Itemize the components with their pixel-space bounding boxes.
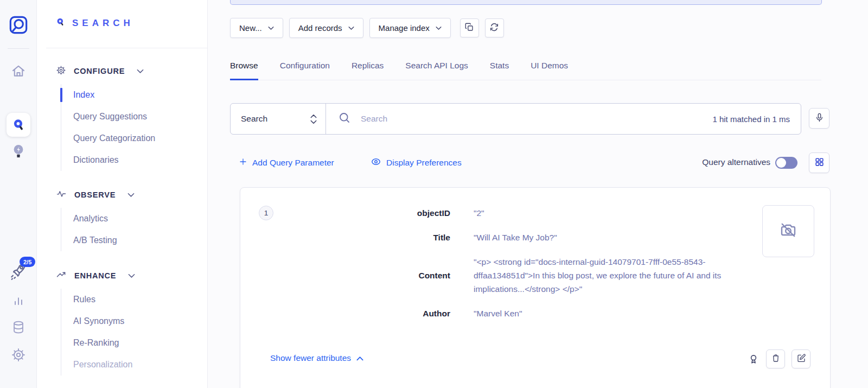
analytics-bars-icon[interactable] <box>11 294 25 308</box>
settings-gear-icon[interactable] <box>11 347 26 362</box>
field-name: objectID <box>240 208 450 218</box>
show-fewer-attributes-link[interactable]: Show fewer attributes <box>270 353 363 363</box>
field-value: "2" <box>474 206 760 220</box>
hit-fields: objectID "2" Title "Will AI Take My Job?… <box>240 206 830 331</box>
image-off-icon <box>778 220 798 242</box>
field-name: Title <box>240 233 450 243</box>
section-observe-header[interactable]: OBSERVE <box>56 187 203 202</box>
search-magnifier-filled-icon <box>56 17 65 29</box>
display-preferences-link[interactable]: Display Preferences <box>371 156 462 169</box>
sidebar-item-query-categorization[interactable]: Query Categorization <box>73 128 203 149</box>
chevron-down-icon <box>348 26 354 30</box>
chevron-down-icon <box>268 26 274 30</box>
copy-index-button[interactable] <box>460 18 479 37</box>
manage-index-label: Manage index <box>379 23 430 33</box>
grid-icon <box>814 157 825 169</box>
section-observe-label: OBSERVE <box>74 190 116 199</box>
search-product-icon[interactable] <box>7 113 30 137</box>
sidebar-title: SEARCH <box>72 18 134 29</box>
index-tabs: Browse Configuration Replicas Search API… <box>230 56 821 80</box>
enhance-items: Rules AI Synonyms Re-Ranking Personaliza… <box>61 289 203 376</box>
section-enhance-header[interactable]: ENHANCE <box>56 268 203 283</box>
add-query-parameter-label: Add Query Parameter <box>252 158 334 168</box>
new-button-label: New... <box>239 23 262 33</box>
chevron-up-icon <box>356 353 363 363</box>
launch-progress-badge: 2/5 <box>20 257 35 267</box>
rail-divider <box>8 48 29 49</box>
app-rail: 2/5 <box>0 0 37 388</box>
field-name: Author <box>240 309 450 319</box>
index-toolbar: New... Add records Manage index <box>230 18 504 38</box>
show-fewer-label: Show fewer attributes <box>270 353 351 363</box>
tab-configuration[interactable]: Configuration <box>280 56 330 80</box>
observe-items: Analytics A/B Testing <box>61 208 203 251</box>
section-observe: OBSERVE Analytics A/B Testing <box>56 187 203 251</box>
hit-stats-text: 1 hit matched in 1 ms <box>712 115 801 124</box>
section-configure-label: CONFIGURE <box>74 67 125 75</box>
tab-ui-demos[interactable]: UI Demos <box>531 56 568 80</box>
algolia-dashboard: 2/5 <box>0 0 868 388</box>
new-button[interactable]: New... <box>230 18 283 38</box>
search-type-selector[interactable]: Search <box>231 104 326 134</box>
chevron-down-icon <box>127 190 135 200</box>
sidebar-item-index[interactable]: Index <box>73 84 203 106</box>
field-row-title: Title "Will AI Take My Job?" <box>240 231 830 244</box>
ranking-info-award-icon[interactable] <box>748 353 760 365</box>
query-alternatives-toggle[interactable] <box>775 157 797 169</box>
add-query-parameter-link[interactable]: Add Query Parameter <box>239 156 334 169</box>
search-input[interactable] <box>361 114 712 124</box>
tab-browse[interactable]: Browse <box>230 56 258 80</box>
chevron-down-icon <box>128 271 135 281</box>
display-preferences-label: Display Preferences <box>386 158 462 168</box>
refresh-button[interactable] <box>485 18 504 37</box>
selector-up-down-icon <box>310 114 317 124</box>
edit-pencil-icon <box>796 353 806 365</box>
sidebar-item-analytics[interactable]: Analytics <box>73 208 203 230</box>
field-name: Content <box>240 271 450 281</box>
query-alternatives-label: Query alternatives <box>702 157 770 167</box>
sidebar-item-query-suggestions[interactable]: Query Suggestions <box>73 106 203 128</box>
add-records-button[interactable]: Add records <box>289 18 363 38</box>
eye-icon <box>371 156 381 169</box>
sidebar-item-ai-synonyms[interactable]: AI Synonyms <box>73 310 203 332</box>
sidebar-divider <box>46 48 207 48</box>
tab-replicas[interactable]: Replicas <box>352 56 384 80</box>
edit-record-button[interactable] <box>792 349 810 368</box>
field-value: "Will AI Take My Job?" <box>474 231 760 244</box>
manage-index-button[interactable]: Manage index <box>369 18 451 38</box>
sidebar-item-rules[interactable]: Rules <box>73 289 203 310</box>
database-icon[interactable] <box>11 319 26 335</box>
add-records-label: Add records <box>298 23 342 33</box>
delete-record-button[interactable] <box>766 349 785 368</box>
tab-stats[interactable]: Stats <box>490 56 509 80</box>
index-selector-bar-partial[interactable] <box>230 0 822 5</box>
layout-grid-button[interactable] <box>809 152 829 173</box>
search-input-area: 1 hit matched in 1 ms <box>326 104 801 134</box>
field-row-content: Content "<p> <strong id="docs-internal-g… <box>240 255 830 296</box>
section-enhance: ENHANCE Rules AI Synonyms Re-Ranking Per… <box>56 268 203 376</box>
home-icon[interactable] <box>10 63 27 79</box>
search-magnifier-icon <box>338 111 351 126</box>
algolia-logo-icon[interactable] <box>8 14 29 36</box>
configure-gear-icon <box>56 65 66 78</box>
copy-icon <box>464 22 474 34</box>
sidebar-header: SEARCH <box>56 17 134 29</box>
hit-actions <box>748 349 810 368</box>
sidebar-item-re-ranking[interactable]: Re-Ranking <box>73 332 203 354</box>
trash-icon <box>771 353 781 365</box>
tab-search-api-logs[interactable]: Search API Logs <box>405 56 468 80</box>
sidebar-item-dictionaries[interactable]: Dictionaries <box>73 149 203 171</box>
sidebar-item-ab-testing[interactable]: A/B Testing <box>73 230 203 251</box>
voice-search-button[interactable] <box>809 108 829 129</box>
section-configure: CONFIGURE Index Query Suggestions Query … <box>56 63 203 171</box>
sidebar-item-personalization[interactable]: Personalization <box>73 354 203 376</box>
microphone-icon <box>814 112 825 125</box>
field-value: "<p> <strong id="docs-internal-guid-1407… <box>474 255 760 296</box>
section-configure-header[interactable]: CONFIGURE <box>56 63 203 79</box>
browse-search-bar: Search 1 hit matched in 1 ms <box>230 103 801 135</box>
recommend-lightbulb-icon[interactable] <box>11 143 26 160</box>
chevron-down-icon <box>436 26 442 30</box>
hit-image-placeholder <box>762 205 814 257</box>
chevron-down-icon <box>137 66 144 76</box>
field-row-author: Author "Marvel Ken" <box>240 307 830 320</box>
